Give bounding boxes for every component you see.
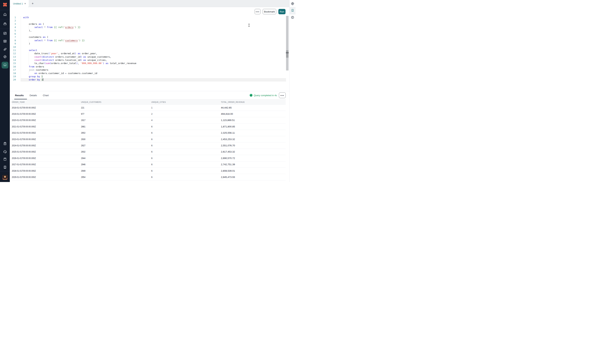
results-table: ORDER_YEARUNIQUE_CUSTOMERSUNIQUE_CITIEST… — [12, 99, 286, 180]
code-line-1: 1with — [10, 16, 286, 19]
table-cell: 2,453,253.32 — [221, 138, 286, 141]
line-number: 15 — [10, 62, 16, 65]
table-cell: 6 — [151, 176, 221, 178]
table-cell: 6 — [151, 144, 221, 147]
code-text: orders as ( — [21, 22, 286, 26]
panel-item-history[interactable] — [290, 15, 295, 20]
table-row[interactable]: 2028-01-01T00:00:00.000Z294962,808,539.0… — [12, 168, 286, 174]
close-icon[interactable]: × — [25, 2, 26, 5]
line-number: 5 — [10, 29, 16, 32]
code-line-7: 7 customers as ( — [10, 35, 286, 39]
panel-item-explore[interactable] — [290, 2, 295, 6]
tab-results[interactable]: Results — [15, 91, 24, 99]
plus-icon[interactable]: + — [31, 1, 35, 6]
line-number: 4 — [10, 26, 16, 29]
hex-logo[interactable] — [2, 2, 8, 7]
table-cell: 2027-01-01T00:00:00.000Z — [12, 163, 81, 166]
tab-details[interactable]: Details — [30, 91, 37, 99]
line-number: 9 — [10, 42, 16, 45]
left-sidebar — [0, 0, 10, 182]
sidebar-item-projects[interactable] — [2, 21, 8, 27]
code-line-16: 16 from orders — [10, 65, 286, 68]
code-text — [21, 32, 286, 35]
run-button[interactable]: Run — [278, 9, 286, 14]
table-cell: 494,818.00 — [221, 113, 286, 115]
sidebar-item-support[interactable] — [2, 149, 8, 155]
sql-editor[interactable]: 1with23 orders as (4 select * from {{ re… — [10, 16, 289, 91]
column-header: TOTAL_ORDER_REVENUE — [221, 101, 286, 103]
sidebar-divider — [0, 19, 10, 19]
table-cell: 2,690,570.72 — [221, 157, 286, 160]
table-row[interactable]: 2023-01-01T00:00:00.000Z293062,453,253.3… — [12, 136, 286, 142]
code-line-5: 5 ), — [10, 29, 286, 32]
sidebar-item-organization[interactable] — [2, 165, 8, 170]
windows-overlap-icon — [3, 47, 7, 52]
table-cell: 2954 — [81, 176, 151, 178]
column-header: UNIQUE_CITIES — [151, 101, 221, 103]
table-cell: 2930 — [81, 138, 151, 141]
code-line-3: 3 orders as ( — [10, 22, 286, 26]
headset-icon — [3, 150, 7, 154]
query-status-text: Query completed in 4s — [254, 94, 277, 97]
panel-resize-handle[interactable] — [286, 52, 289, 53]
table-cell: 2,808,539.01 — [221, 169, 286, 172]
text-cursor-icon — [248, 24, 250, 27]
table-cell: 977 — [81, 113, 151, 115]
sidebar-item-home[interactable] — [2, 12, 8, 18]
panel-item-bookmarks[interactable] — [290, 8, 295, 13]
sidebar-item-apps[interactable] — [2, 31, 8, 36]
table-row[interactable]: 2029-01-01T00:00:00.000Z295462,845,473.9… — [12, 174, 286, 180]
more-options-button[interactable]: ●●● — [255, 9, 260, 14]
editor-scrollbar-thumb[interactable] — [286, 50, 289, 58]
code-text: ), — [21, 29, 286, 32]
code-line-15: 15 to_char(sum(orders.order_total), '999… — [10, 62, 286, 65]
table-cell: 2944 — [81, 157, 151, 160]
results-more-button[interactable]: ●●● — [279, 92, 286, 98]
clipboard-icon — [3, 142, 7, 146]
table-row[interactable]: 2026-01-01T00:00:00.000Z294462,690,570.7… — [12, 155, 286, 161]
sidebar-item-terminal[interactable] — [2, 62, 8, 69]
table-row[interactable]: 2021-01-01T00:00:00.000Z266161,871,800.8… — [12, 124, 286, 130]
table-row[interactable]: 2022-01-01T00:00:00.000Z290262,325,556.1… — [12, 130, 286, 136]
bookmark-button[interactable]: Bookmark — [263, 9, 276, 14]
line-number: 1 — [10, 16, 16, 19]
sidebar-item-windows[interactable] — [2, 47, 8, 52]
sidebar-item-code[interactable] — [2, 39, 8, 44]
table-cell: 2020-01-01T00:00:00.000Z — [12, 119, 81, 122]
sidebar-item-docs[interactable] — [2, 157, 8, 162]
editor-scrollbar[interactable] — [286, 16, 289, 71]
table-cell: 2028-01-01T00:00:00.000Z — [12, 169, 81, 172]
code-line-13: 13 count(distinct orders.customer_id) as… — [10, 55, 286, 58]
code-line-6: 6 — [10, 32, 286, 35]
tab-untitled-1[interactable]: Untitled 1 × — [10, 0, 29, 7]
table-cell: 2021-01-01T00:00:00.000Z — [12, 125, 81, 128]
code-text: count(distinct orders.customer_id) as un… — [21, 55, 286, 58]
code-text: group by 1 — [21, 75, 286, 78]
code-line-11: 11 select — [10, 49, 286, 52]
table-cell: 2026-01-01T00:00:00.000Z — [12, 157, 81, 160]
compass-icon — [3, 55, 7, 59]
table-row[interactable]: 2020-01-01T00:00:00.000Z191741,115,869.5… — [12, 117, 286, 124]
table-row[interactable]: 2018-01-01T00:00:00.000Z221144,442.65 — [12, 104, 286, 111]
table-row[interactable]: 2027-01-01T00:00:00.000Z294662,742,751.3… — [12, 162, 286, 168]
sidebar-item-tasks[interactable] — [2, 141, 8, 147]
user-avatar[interactable] — [2, 175, 7, 180]
table-cell: 6 — [151, 157, 221, 160]
table-cell: 221 — [81, 106, 151, 109]
table-cell: 2023-01-01T00:00:00.000Z — [12, 138, 81, 141]
table-cell: 2025-01-01T00:00:00.000Z — [12, 150, 81, 153]
table-cell: 2902 — [81, 131, 151, 134]
table-row[interactable]: 2024-01-01T00:00:00.000Z292762,551,076.7… — [12, 142, 286, 149]
grid-layout-icon — [3, 31, 7, 36]
table-row[interactable]: 2019-01-01T00:00:00.000Z9772494,818.00 — [12, 111, 286, 117]
tab-chart[interactable]: Chart — [43, 91, 49, 99]
column-header: UNIQUE_CUSTOMERS — [81, 101, 151, 103]
sidebar-item-explore[interactable] — [2, 54, 8, 60]
code-window-icon — [3, 39, 7, 44]
code-text: date_trunc('year', ordered_at) as order_… — [21, 52, 286, 55]
table-cell: 2661 — [81, 125, 151, 128]
table-row[interactable]: 2025-01-01T00:00:00.000Z293262,617,453.3… — [12, 149, 286, 155]
code-text: select — [21, 49, 286, 52]
bookmark-icon — [291, 9, 294, 13]
line-number: 16 — [10, 65, 16, 68]
